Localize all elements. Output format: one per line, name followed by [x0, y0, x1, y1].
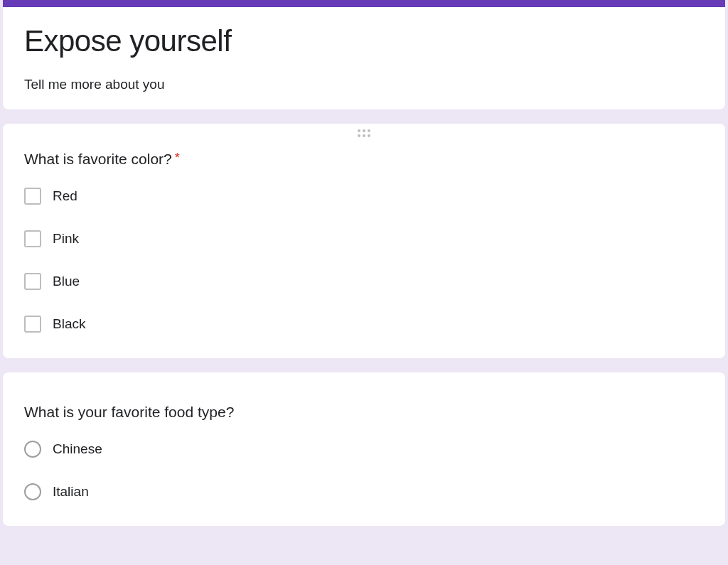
option-label: Italian	[53, 484, 89, 500]
form-title: Expose yourself	[24, 24, 704, 58]
form-header-card: Expose yourself Tell me more about you	[3, 0, 725, 109]
drag-handle-icon[interactable]	[358, 129, 370, 137]
question-card-2[interactable]: What is your favorite food type? Chinese…	[3, 372, 725, 526]
option-row[interactable]: Pink	[24, 230, 704, 247]
option-row[interactable]: Blue	[24, 273, 704, 290]
radio-input[interactable]	[24, 441, 41, 458]
option-label: Chinese	[53, 441, 102, 457]
radio-input[interactable]	[24, 483, 41, 500]
option-label: Black	[53, 316, 85, 332]
option-row[interactable]: Red	[24, 188, 704, 205]
option-row[interactable]: Chinese	[24, 441, 704, 458]
checkbox-input[interactable]	[24, 230, 41, 247]
question-title-text: What is favorite color?	[24, 151, 172, 167]
form-description: Tell me more about you	[24, 77, 704, 92]
option-label: Blue	[53, 274, 80, 289]
question-title: What is your favorite food type?	[24, 404, 704, 421]
checkbox-input[interactable]	[24, 273, 41, 290]
checkbox-input[interactable]	[24, 188, 41, 205]
question-title: What is favorite color?*	[24, 151, 704, 168]
required-star-icon: *	[175, 151, 180, 165]
option-label: Red	[53, 188, 77, 204]
question-title-text: What is your favorite food type?	[24, 404, 234, 420]
option-label: Pink	[53, 231, 79, 247]
checkbox-input[interactable]	[24, 316, 41, 333]
question-card-1[interactable]: What is favorite color?* Red Pink Blue B…	[3, 124, 725, 358]
option-row[interactable]: Black	[24, 316, 704, 333]
option-row[interactable]: Italian	[24, 483, 704, 500]
